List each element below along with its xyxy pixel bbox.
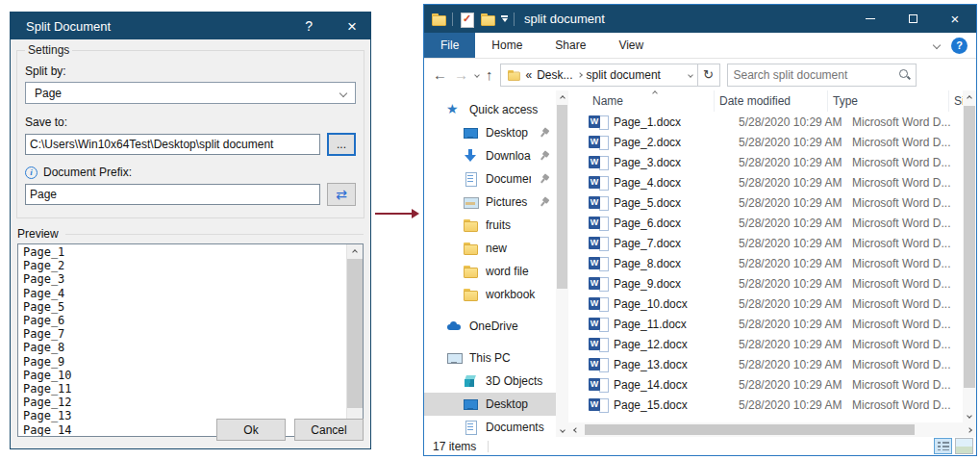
preview-line[interactable]: Page_10: [23, 369, 341, 382]
dialog-help-button[interactable]: ?: [305, 18, 313, 34]
sidebar-item-3d-objects[interactable]: 3D Objects: [424, 370, 556, 393]
qat-dropdown-icon[interactable]: [501, 15, 508, 22]
ok-button[interactable]: Ok: [216, 419, 286, 441]
navpane-scroll-thumb[interactable]: [557, 105, 567, 289]
breadcrumb-overflow[interactable]: «: [526, 68, 533, 82]
file-row[interactable]: Page_6.docx5/28/2020 10:29 AMMicrosoft W…: [568, 213, 976, 233]
save-to-input[interactable]: [25, 134, 320, 155]
sidebar-item-onedrive[interactable]: OneDrive: [424, 315, 556, 338]
navpane-scrollbar[interactable]: [556, 90, 568, 437]
recent-locations-icon[interactable]: [474, 72, 480, 78]
forward-icon[interactable]: →: [454, 67, 468, 82]
dialog-close-icon[interactable]: ×: [347, 18, 357, 35]
column-header-name[interactable]: Name: [568, 90, 715, 112]
up-icon[interactable]: ↑: [486, 67, 493, 82]
horizontal-scrollbar[interactable]: [568, 422, 976, 437]
scroll-up-icon[interactable]: [556, 90, 568, 105]
file-row[interactable]: Page_15.docx5/28/2020 10:29 AMMicrosoft …: [568, 395, 976, 415]
file-row[interactable]: Page_13.docx5/28/2020 10:29 AMMicrosoft …: [568, 354, 976, 374]
file-row[interactable]: Page_12.docx5/28/2020 10:29 AMMicrosoft …: [568, 334, 976, 354]
refresh-prefix-button[interactable]: ⇄: [327, 183, 356, 206]
file-row[interactable]: Page_4.docx5/28/2020 10:29 AMMicrosoft W…: [568, 172, 976, 192]
sidebar-item-documents[interactable]: Documents: [424, 416, 556, 437]
file-name: Page_14.docx: [614, 378, 734, 392]
scroll-down-icon[interactable]: [963, 408, 976, 422]
tab-home[interactable]: Home: [475, 33, 539, 58]
cancel-button[interactable]: Cancel: [294, 419, 364, 441]
scroll-right-icon[interactable]: [962, 422, 976, 437]
pin-icon: [536, 147, 553, 165]
sidebar-item-fruits[interactable]: fruits: [424, 214, 556, 237]
file-row[interactable]: Page_11.docx5/28/2020 10:29 AMMicrosoft …: [568, 314, 976, 334]
minimize-button[interactable]: [849, 5, 892, 33]
close-button[interactable]: ×: [934, 5, 976, 33]
large-icons-view-icon[interactable]: [955, 438, 973, 454]
address-dropdown-icon[interactable]: [688, 72, 693, 78]
sidebar-item-workbook[interactable]: workbook: [424, 283, 556, 306]
search-box[interactable]: [727, 64, 917, 87]
preview-line[interactable]: Page_7: [23, 327, 341, 341]
horizontal-scroll-thumb[interactable]: [585, 424, 915, 435]
new-folder-icon[interactable]: [480, 12, 495, 27]
preview-scrollbar[interactable]: [346, 244, 363, 436]
details-view-icon[interactable]: [934, 438, 952, 454]
ribbon-expand-icon[interactable]: [933, 41, 941, 49]
file-row[interactable]: Page_3.docx5/28/2020 10:29 AMMicrosoft W…: [568, 152, 976, 172]
file-row[interactable]: Page_5.docx5/28/2020 10:29 AMMicrosoft W…: [568, 192, 976, 213]
red-arrow: [375, 213, 412, 215]
preview-label: Preview: [17, 227, 59, 241]
breadcrumb-parent[interactable]: Desk...: [537, 68, 572, 82]
browse-button[interactable]: ...: [327, 133, 356, 156]
sidebar-item-new[interactable]: new: [424, 237, 556, 260]
help-icon[interactable]: ?: [951, 38, 967, 54]
preview-line[interactable]: Page_11: [23, 382, 341, 396]
preview-scroll-track[interactable]: [347, 259, 363, 422]
search-icon[interactable]: [898, 68, 911, 81]
file-row[interactable]: Page_10.docx5/28/2020 10:29 AMMicrosoft …: [568, 294, 976, 314]
scroll-left-icon[interactable]: [568, 422, 583, 437]
tab-file[interactable]: File: [424, 33, 475, 58]
sidebar-item-documents[interactable]: Documents: [424, 167, 556, 191]
file-list-scrollbar[interactable]: [963, 90, 976, 422]
scroll-up-icon[interactable]: [963, 90, 976, 105]
preview-line[interactable]: Page_1: [23, 245, 341, 259]
document-prefix-input[interactable]: [25, 184, 320, 205]
file-row[interactable]: Page_14.docx5/28/2020 10:29 AMMicrosoft …: [568, 374, 976, 395]
preview-line[interactable]: Page_8: [23, 341, 341, 354]
sidebar-item-downloads[interactable]: Downloads: [424, 144, 556, 167]
address-bar[interactable]: « Desk... split document ↻: [500, 64, 720, 87]
preview-line[interactable]: Page_3: [23, 272, 341, 286]
tab-view[interactable]: View: [602, 33, 660, 58]
properties-check-icon[interactable]: [459, 12, 474, 27]
refresh-icon[interactable]: ↻: [698, 64, 720, 87]
sidebar-item-word-file[interactable]: word file: [424, 260, 556, 283]
maximize-button[interactable]: [892, 5, 934, 33]
sidebar-item-pictures[interactable]: Pictures: [424, 191, 556, 214]
preview-line[interactable]: Page_2: [23, 259, 341, 272]
sidebar-item-quick-access[interactable]: Quick access: [424, 98, 556, 121]
preview-line[interactable]: Page_9: [23, 355, 341, 369]
column-header-type[interactable]: Type: [828, 90, 949, 112]
file-scroll-thumb[interactable]: [964, 106, 975, 388]
preview-line[interactable]: Page_12: [23, 396, 341, 409]
file-row[interactable]: Page_1.docx5/28/2020 10:29 AMMicrosoft W…: [568, 112, 976, 132]
tab-share[interactable]: Share: [539, 33, 602, 58]
file-row[interactable]: Page_8.docx5/28/2020 10:29 AMMicrosoft W…: [568, 253, 976, 273]
file-row[interactable]: Page_7.docx5/28/2020 10:29 AMMicrosoft W…: [568, 233, 976, 253]
sidebar-item-desktop[interactable]: Desktop: [424, 393, 556, 416]
preview-scroll-thumb[interactable]: [347, 259, 363, 408]
column-header-date-modified[interactable]: Date modified: [715, 90, 828, 112]
preview-line[interactable]: Page_6: [23, 314, 341, 327]
search-input[interactable]: [728, 68, 898, 82]
file-row[interactable]: Page_9.docx5/28/2020 10:29 AMMicrosoft W…: [568, 273, 976, 294]
file-row[interactable]: Page_2.docx5/28/2020 10:29 AMMicrosoft W…: [568, 132, 976, 152]
sidebar-item-desktop[interactable]: Desktop: [424, 121, 556, 144]
sidebar-item-this-pc[interactable]: This PC: [424, 346, 556, 370]
scroll-up-icon[interactable]: [347, 244, 363, 259]
preview-line[interactable]: Page_4: [23, 287, 341, 300]
preview-line[interactable]: Page_5: [23, 300, 341, 314]
back-icon[interactable]: ←: [433, 67, 447, 82]
breadcrumb-current[interactable]: split document: [587, 68, 661, 82]
split-by-dropdown[interactable]: Page: [25, 82, 356, 104]
scroll-down-icon[interactable]: [556, 422, 568, 437]
